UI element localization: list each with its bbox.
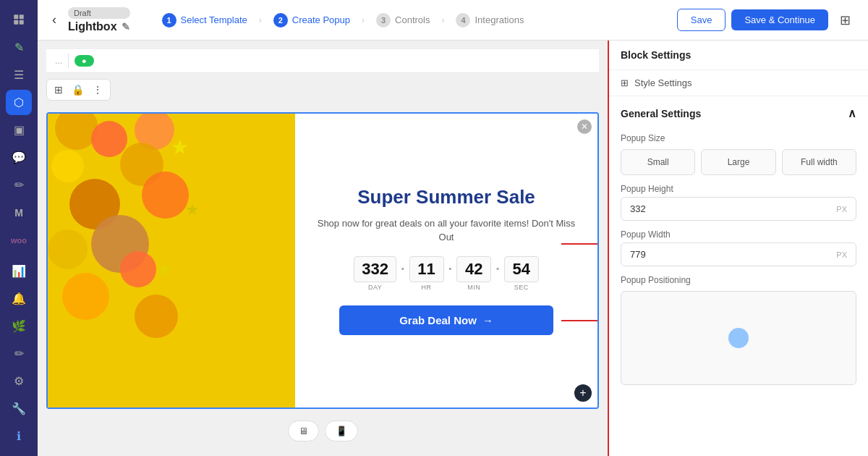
- editor-area: ... ● ⊞ 🔒 ⋮ ✕: [38, 41, 868, 456]
- countdown-days-value: 332: [354, 256, 396, 282]
- block-controls-row: ⊞ 🔒 ⋮: [46, 79, 599, 104]
- sidebar-icon-info[interactable]: ℹ: [6, 424, 32, 449]
- sidebar-icon-blocks[interactable]: ▣: [6, 118, 32, 143]
- sidebar-icon-edit[interactable]: ✏: [6, 173, 32, 198]
- style-settings-label: Style Settings: [634, 77, 692, 88]
- sidebar-icon-layers[interactable]: ☰: [6, 62, 32, 87]
- general-settings-content: Popup Size Small Large Full width Popup …: [609, 133, 868, 394]
- countdown-sep-3: ·: [495, 261, 500, 277]
- popup-width-row: Popup Width 779 PX: [621, 229, 856, 266]
- popup-text-side: Super Summer Sale Shop now for great dea…: [295, 114, 597, 408]
- title-section: Draft Lightbox ✎: [68, 7, 130, 33]
- popup-close-button[interactable]: ✕: [577, 119, 592, 134]
- positioning-grid[interactable]: [621, 291, 856, 385]
- countdown-sec-label: SEC: [514, 284, 529, 291]
- step-1[interactable]: 1 Select Template: [150, 9, 259, 32]
- save-continue-button[interactable]: Save & Continue: [731, 9, 828, 30]
- arrow-head-2: ▶: [597, 313, 599, 327]
- countdown-minutes: 42 MIN: [456, 256, 491, 291]
- mobile-icon: 📱: [336, 426, 347, 436]
- left-sidebar: ✎ ☰ ⬡ ▣ 💬 ✏ M woo 📊 🔔 🌿 ✏ ⚙ 🔧 ℹ: [0, 0, 38, 456]
- sidebar-icon-chart[interactable]: 📊: [6, 258, 32, 283]
- sidebar-icon-popup[interactable]: ⬡: [6, 90, 32, 114]
- countdown-days: 332 DAY: [354, 256, 396, 291]
- size-full-width[interactable]: Full width: [782, 149, 856, 175]
- strip-status: ●: [75, 55, 94, 67]
- fruit-10: [62, 273, 109, 320]
- popup-width-value: 779: [630, 249, 646, 260]
- popup-title: Super Summer Sale: [357, 186, 535, 208]
- star-2: ★: [185, 200, 200, 219]
- popup-positioning-label: Popup Positioning: [621, 275, 856, 285]
- step-2[interactable]: 2 Create Popup: [262, 9, 362, 32]
- top-bar: ‹ Draft Lightbox ✎ 1 Select Template › 2…: [38, 0, 868, 41]
- fruit-2: [91, 121, 127, 157]
- back-button[interactable]: ‹: [49, 9, 59, 30]
- grab-deal-button[interactable]: Grab Deal Now →: [339, 305, 553, 335]
- popup-height-unit: PX: [836, 205, 847, 214]
- style-settings-icon: ⊞: [621, 77, 629, 88]
- arrow-line-1: [561, 243, 597, 245]
- sidebar-icon-m[interactable]: M: [6, 200, 32, 225]
- popup-height-value: 332: [630, 203, 646, 214]
- page-title: Lightbox ✎: [68, 20, 130, 33]
- save-button[interactable]: Save: [677, 9, 726, 31]
- svg-rect-2: [14, 20, 18, 25]
- main-content: ‹ Draft Lightbox ✎ 1 Select Template › 2…: [38, 0, 868, 456]
- style-settings-row[interactable]: ⊞ Style Settings: [609, 70, 868, 96]
- fruit-7: [142, 172, 189, 219]
- popup-height-field[interactable]: 332 PX: [621, 197, 856, 221]
- star-1: ★: [171, 135, 189, 159]
- mobile-device-btn[interactable]: 📱: [325, 421, 358, 442]
- fruit-9: [120, 251, 156, 287]
- step-4[interactable]: 4 Integrations: [444, 9, 535, 32]
- countdown-hours: 11 HR: [409, 256, 444, 291]
- step-1-label: Select Template: [181, 14, 247, 25]
- step-3-label: Controls: [395, 14, 430, 25]
- countdown-sec-value: 54: [504, 256, 539, 282]
- fruit-4: [51, 150, 84, 182]
- steps-nav: 1 Select Template › 2 Create Popup › 3 C…: [150, 9, 668, 32]
- block-lock-btn[interactable]: 🔒: [69, 83, 87, 97]
- step-3-num: 3: [376, 13, 391, 28]
- fruit-8: [48, 229, 88, 269]
- add-block-button[interactable]: +: [574, 384, 592, 402]
- general-settings-header: General Settings ∧: [609, 96, 868, 127]
- edit-title-icon[interactable]: ✎: [122, 21, 130, 33]
- strip-placeholder-1: ...: [55, 56, 62, 66]
- step-1-num: 1: [162, 13, 176, 28]
- popup-subtitle: Shop now for great deals on all your fav…: [312, 216, 580, 245]
- arrow-annotation-2: ▶: [561, 313, 599, 327]
- sidebar-icon-pencil2[interactable]: ✏: [6, 342, 32, 366]
- desktop-device-btn[interactable]: 🖥: [288, 421, 319, 442]
- sidebar-icon-bell[interactable]: 🔔: [6, 286, 32, 311]
- collapse-icon[interactable]: ∧: [848, 106, 856, 120]
- popup-width-unit: PX: [836, 250, 847, 259]
- sidebar-icon-wrench[interactable]: 🔧: [6, 397, 32, 421]
- size-small[interactable]: Small: [621, 149, 695, 175]
- countdown-days-label: DAY: [368, 284, 382, 291]
- sidebar-icon-settings[interactable]: ⚙: [6, 369, 32, 394]
- size-large[interactable]: Large: [701, 149, 775, 175]
- step-4-label: Integrations: [475, 14, 524, 25]
- canvas-area: ... ● ⊞ 🔒 ⋮ ✕: [38, 41, 608, 456]
- arrow-annotation-1: ▶: [561, 237, 599, 251]
- svg-rect-0: [14, 14, 18, 19]
- sidebar-icon-leaf[interactable]: 🌿: [6, 313, 32, 338]
- step-3[interactable]: 3 Controls: [365, 9, 441, 32]
- sidebar-icon-woo[interactable]: woo: [6, 228, 32, 253]
- sidebar-icon-chat[interactable]: 💬: [6, 145, 32, 170]
- countdown-seconds: 54 SEC: [504, 256, 539, 291]
- arrow-head-1: ▶: [597, 237, 599, 251]
- step-2-num: 2: [273, 13, 288, 28]
- more-options-button[interactable]: ⊞: [834, 9, 856, 31]
- sidebar-icon-cursor[interactable]: ✎: [6, 35, 32, 59]
- block-grid-btn[interactable]: ⊞: [51, 83, 66, 97]
- block-more-btn[interactable]: ⋮: [90, 83, 106, 97]
- position-indicator[interactable]: [728, 328, 749, 348]
- popup-frame: ✕: [46, 112, 599, 409]
- fruit-background: ★ ★ ★: [48, 114, 295, 408]
- popup-width-field[interactable]: 779 PX: [621, 242, 856, 266]
- draft-badge: Draft: [68, 7, 130, 19]
- countdown-sep-1: ·: [401, 261, 405, 277]
